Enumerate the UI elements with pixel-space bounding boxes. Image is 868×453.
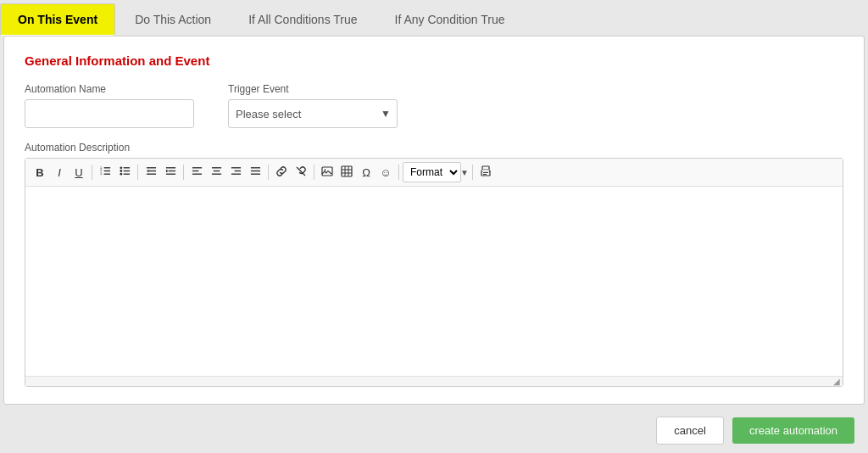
print-button[interactable]: [476, 164, 495, 182]
trigger-event-label: Trigger Event: [228, 83, 398, 95]
svg-point-9: [120, 166, 122, 169]
svg-rect-40: [482, 166, 489, 170]
align-right-button[interactable]: [226, 164, 245, 181]
format-dropdown-arrow: ▼: [460, 168, 469, 177]
cancel-button[interactable]: cancel: [656, 417, 724, 445]
unordered-list-button[interactable]: [115, 164, 134, 181]
tab-on-this-event[interactable]: On This Event: [0, 3, 115, 36]
format-select[interactable]: Format: [403, 162, 461, 182]
unlink-button[interactable]: [292, 164, 310, 182]
main-content: General Information and Event Automation…: [3, 36, 865, 405]
automation-name-input[interactable]: [25, 99, 194, 128]
toolbar-sep-1: [92, 165, 92, 180]
italic-button[interactable]: I: [50, 165, 69, 181]
trigger-event-select[interactable]: Please select: [228, 99, 398, 128]
automation-description-label: Automation Description: [25, 142, 843, 154]
svg-rect-42: [483, 172, 488, 173]
resize-icon: ◢: [833, 377, 840, 386]
toolbar-sep-2: [137, 165, 138, 180]
editor-toolbar: B I U 1.2.3.: [25, 159, 843, 187]
editor-resizer[interactable]: ◢: [25, 376, 843, 386]
section-title: General Information and Event: [25, 53, 843, 68]
bold-button[interactable]: B: [31, 165, 49, 181]
underline-button[interactable]: U: [70, 165, 88, 181]
svg-marker-15: [146, 170, 148, 173]
svg-point-10: [120, 170, 122, 172]
svg-text:3.: 3.: [100, 172, 103, 176]
align-justify-button[interactable]: [246, 164, 264, 181]
footer: cancel create automation: [0, 408, 868, 453]
outdent-button[interactable]: [142, 164, 160, 181]
tab-if-any-condition-true[interactable]: If Any Condition True: [377, 3, 523, 36]
svg-rect-44: [482, 170, 489, 171]
table-button[interactable]: [337, 164, 356, 182]
emoji-button[interactable]: ☺: [376, 165, 395, 181]
svg-rect-35: [342, 166, 352, 176]
ordered-list-button[interactable]: 1.2.3.: [96, 164, 114, 181]
tab-bar: On This Event Do This Action If All Cond…: [0, 0, 868, 36]
description-editor[interactable]: [25, 187, 843, 376]
trigger-event-select-wrapper: Please select ▼: [228, 99, 398, 128]
automation-name-group: Automation Name: [25, 83, 194, 128]
link-button[interactable]: [272, 164, 291, 182]
align-center-button[interactable]: [207, 164, 225, 181]
indent-button[interactable]: [161, 164, 180, 181]
svg-rect-43: [483, 174, 487, 175]
svg-point-11: [120, 173, 122, 176]
image-button[interactable]: [318, 164, 337, 182]
automation-name-label: Automation Name: [25, 83, 194, 95]
tab-if-all-conditions-true[interactable]: If All Conditions True: [231, 3, 375, 36]
svg-marker-19: [165, 170, 168, 173]
toolbar-sep-6: [398, 165, 399, 180]
create-automation-button[interactable]: create automation: [732, 417, 854, 444]
toolbar-sep-5: [314, 165, 314, 180]
special-char-button[interactable]: Ω: [357, 165, 376, 181]
editor-container: B I U 1.2.3.: [25, 158, 843, 387]
toolbar-sep-4: [268, 165, 269, 180]
trigger-event-group: Trigger Event Please select ▼: [228, 83, 398, 128]
tab-do-this-action[interactable]: Do This Action: [117, 3, 229, 36]
toolbar-sep-7: [472, 165, 473, 180]
form-row-top: Automation Name Trigger Event Please sel…: [25, 83, 843, 128]
automation-description-group: Automation Description B I U 1.2.3.: [25, 142, 843, 387]
align-left-button[interactable]: [187, 164, 206, 181]
svg-point-34: [325, 169, 326, 171]
toolbar-sep-3: [183, 165, 184, 180]
